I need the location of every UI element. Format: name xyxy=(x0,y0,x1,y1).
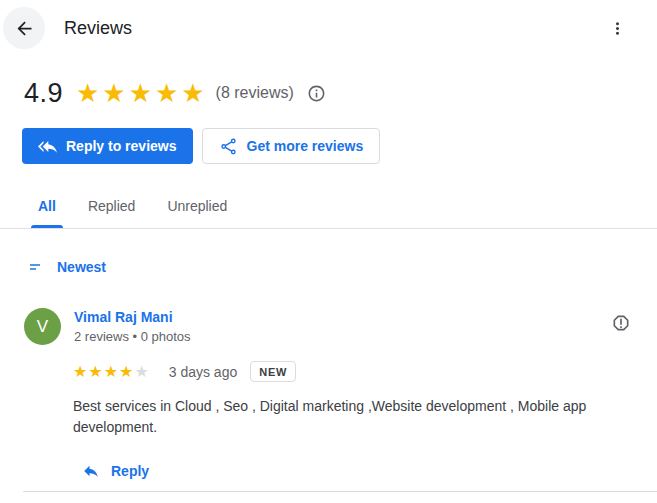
overflow-menu-button[interactable] xyxy=(604,15,631,42)
reviews-page: Reviews 4.9 ★★★★★ (8 reviews) Reply to r… xyxy=(0,0,657,503)
reviewer-name[interactable]: Vimal Raj Mani xyxy=(74,309,191,325)
actions-row: Reply to reviews Get more reviews xyxy=(0,128,657,164)
tabs-divider xyxy=(0,228,657,229)
reply-to-reviews-label: Reply to reviews xyxy=(66,138,177,154)
arrow-left-icon xyxy=(14,18,35,39)
review-item: V Vimal Raj Mani 2 reviews • 0 photos ★★… xyxy=(0,308,657,484)
share-icon xyxy=(219,137,238,156)
reply-button[interactable]: Reply xyxy=(82,462,149,480)
star-icon: ★ xyxy=(104,363,119,380)
star-icon: ★ xyxy=(134,363,149,380)
new-badge: NEW xyxy=(250,361,296,382)
tab-unreplied-label: Unreplied xyxy=(167,198,227,214)
review-stars: ★★★★★ xyxy=(73,364,150,380)
review-separator xyxy=(23,491,657,492)
header: Reviews xyxy=(0,0,657,50)
review-text: Best services in Cloud , Seo , Digital m… xyxy=(73,396,633,438)
review-header: V Vimal Raj Mani 2 reviews • 0 photos xyxy=(24,308,633,345)
reply-arrow-icon xyxy=(82,462,100,480)
rating-stars: ★★★★★ xyxy=(76,80,208,106)
reviewer-info: Vimal Raj Mani 2 reviews • 0 photos xyxy=(74,308,191,344)
sort-lines-icon xyxy=(28,259,44,275)
avatar-initial: V xyxy=(37,317,48,337)
reply-button-label: Reply xyxy=(111,463,149,479)
reply-to-reviews-button[interactable]: Reply to reviews xyxy=(22,128,193,164)
star-icon: ★ xyxy=(181,78,207,108)
report-review-button[interactable] xyxy=(609,311,633,335)
sort-label: Newest xyxy=(57,259,106,275)
star-icon: ★ xyxy=(76,78,102,108)
back-button[interactable] xyxy=(3,7,45,49)
get-more-reviews-label: Get more reviews xyxy=(247,138,364,154)
tab-all[interactable]: All xyxy=(22,188,72,228)
tab-unreplied[interactable]: Unreplied xyxy=(151,188,243,228)
reviews-count: (8 reviews) xyxy=(216,84,294,102)
star-icon: ★ xyxy=(102,78,128,108)
reply-all-icon xyxy=(38,137,57,156)
reviewer-meta: 2 reviews • 0 photos xyxy=(74,329,191,344)
info-circle-icon xyxy=(307,84,326,103)
star-icon: ★ xyxy=(155,78,181,108)
report-octagon-icon xyxy=(611,313,631,333)
avatar[interactable]: V xyxy=(24,308,61,345)
star-icon: ★ xyxy=(88,363,103,380)
tabs: All Replied Unreplied xyxy=(0,188,657,228)
tab-replied[interactable]: Replied xyxy=(72,188,151,228)
rating-value: 4.9 xyxy=(24,78,63,109)
star-icon: ★ xyxy=(129,78,155,108)
kebab-menu-icon xyxy=(608,19,627,38)
get-more-reviews-button[interactable]: Get more reviews xyxy=(202,128,381,164)
rating-summary: 4.9 ★★★★★ (8 reviews) xyxy=(0,77,657,109)
review-rating-row: ★★★★★ 3 days ago NEW xyxy=(73,361,633,382)
tab-replied-label: Replied xyxy=(88,198,135,214)
star-icon: ★ xyxy=(119,363,134,380)
tab-all-label: All xyxy=(38,198,56,214)
star-icon: ★ xyxy=(73,363,88,380)
review-date: 3 days ago xyxy=(169,364,238,380)
rating-info-button[interactable] xyxy=(307,84,326,103)
page-title: Reviews xyxy=(64,18,132,39)
sort-control[interactable]: Newest xyxy=(28,259,106,275)
